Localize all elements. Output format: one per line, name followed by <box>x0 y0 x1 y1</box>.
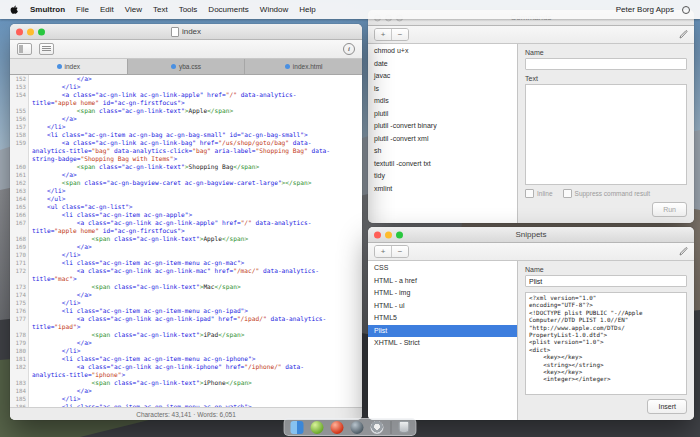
checkbox-icon <box>525 189 534 198</box>
command-item[interactable]: xmlint <box>368 183 517 196</box>
code-line: <li class="ac-gn-item ac-gn-item-menu ac… <box>29 403 252 407</box>
line-number <box>10 323 29 331</box>
command-item[interactable]: tidy <box>368 170 517 183</box>
menu-item-smultron[interactable]: Smultron <box>30 5 65 14</box>
command-item[interactable]: ls <box>368 83 517 96</box>
menu-item-file[interactable]: File <box>76 5 89 14</box>
dock-icon-trash[interactable] <box>399 421 410 433</box>
code-line: <a class="ac-gn-link ac-gn-link-ipad" hr… <box>29 315 326 323</box>
snippet-item[interactable]: CSS <box>368 262 517 275</box>
command-item[interactable]: javac <box>368 70 517 83</box>
menu-item-tools[interactable]: Tools <box>179 5 198 14</box>
code-line: title="mac"> <box>29 275 77 283</box>
dock-icon-settings[interactable] <box>371 421 384 434</box>
code-row: 155 <span class="ac-gn-link-text">Apple<… <box>10 107 362 115</box>
close-button[interactable] <box>16 28 23 35</box>
command-item[interactable]: plutil -convert binary <box>368 120 517 133</box>
edit-pencil-icon[interactable] <box>679 247 688 256</box>
code-line: title="apple home" id="ac-gn-firstfocus"… <box>29 99 185 107</box>
code-editor[interactable]: 152 </a>153 </li>154 <a class="ac-gn-lin… <box>10 75 362 407</box>
document-list-icon[interactable] <box>39 43 54 55</box>
command-item[interactable]: plutil <box>368 108 517 121</box>
code-line: <a class="ac-gn-link ac-gn-link-iphone" … <box>29 363 304 371</box>
command-item[interactable]: sh <box>368 145 517 158</box>
snippet-name-input[interactable] <box>525 275 687 287</box>
document-icon <box>285 64 290 69</box>
code-line: </a> <box>29 75 92 83</box>
name-label: Name <box>525 266 687 273</box>
snippets-titlebar[interactable]: Snippets <box>368 227 694 243</box>
editor-titlebar[interactable]: index <box>10 24 362 40</box>
line-number: 162 <box>10 179 29 187</box>
apple-menu-icon[interactable] <box>10 4 19 15</box>
run-button[interactable]: Run <box>652 202 687 217</box>
line-number: 170 <box>10 251 29 259</box>
menu-item-text[interactable]: Text <box>153 5 168 14</box>
dock-icon-finder[interactable] <box>291 421 304 434</box>
remove-command-button[interactable]: − <box>391 29 408 40</box>
code-row: 185 </li> <box>10 395 362 403</box>
menu-item-help[interactable]: Help <box>299 5 315 14</box>
sidebar-toggle-icon[interactable] <box>17 43 32 55</box>
code-line: title="ipad"> <box>29 323 80 331</box>
remove-snippet-button[interactable]: − <box>391 246 408 257</box>
snippet-body[interactable]: <?xml version="1.0" encoding="UTF-8"?> <… <box>525 292 687 395</box>
line-number: 182 <box>10 363 29 371</box>
add-command-button[interactable]: + <box>375 29 391 40</box>
line-number: 176 <box>10 307 29 315</box>
code-line: analytics-title="iphone"> <box>29 371 125 379</box>
minimize-button[interactable] <box>385 231 392 238</box>
command-item[interactable]: textutil -convert txt <box>368 158 517 171</box>
tab-index[interactable]: index <box>10 59 128 74</box>
snippet-item[interactable]: HTML - ul <box>368 300 517 313</box>
line-number: 160 <box>10 163 29 171</box>
code-row: 156 </a> <box>10 115 362 123</box>
command-item[interactable]: mdls <box>368 95 517 108</box>
snippet-item[interactable]: XHTML - Strict <box>368 337 517 350</box>
add-snippet-button[interactable]: + <box>375 246 391 257</box>
zoom-button[interactable] <box>396 231 403 238</box>
command-item[interactable]: chmod u+x <box>368 45 517 58</box>
insert-button[interactable]: Insert <box>647 399 687 414</box>
menu-item-documents[interactable]: Documents <box>208 5 248 14</box>
info-icon[interactable]: i <box>343 43 355 55</box>
dock-icon-smultron[interactable] <box>331 421 344 434</box>
line-number <box>10 155 29 163</box>
zoom-button[interactable] <box>38 28 45 35</box>
minimize-button[interactable] <box>27 28 34 35</box>
code-row: 182 <a class="ac-gn-link ac-gn-link-ipho… <box>10 363 362 371</box>
line-number: 154 <box>10 91 29 99</box>
code-row: 153 </li> <box>10 83 362 91</box>
menu-item-window[interactable]: Window <box>260 5 288 14</box>
document-icon <box>171 64 176 69</box>
tab-index.html[interactable]: index.html <box>245 59 362 74</box>
command-text-area[interactable] <box>525 84 687 185</box>
menu-right-text[interactable]: Peter Borg Apps <box>616 5 674 14</box>
inline-checkbox[interactable]: Inline <box>525 189 553 198</box>
suppress-result-checkbox[interactable]: Suppress command result <box>563 189 651 198</box>
snippet-item[interactable]: Plist <box>368 325 517 338</box>
snippet-item[interactable]: HTML - a href <box>368 275 517 288</box>
tab-yba.css[interactable]: yba.css <box>128 59 246 74</box>
menu-item-view[interactable]: View <box>125 5 142 14</box>
dock-icon-dark-app[interactable] <box>351 421 364 434</box>
command-name-input[interactable] <box>525 58 687 70</box>
snippet-item[interactable]: HTML - img <box>368 287 517 300</box>
line-number: 178 <box>10 331 29 339</box>
line-number: 184 <box>10 387 29 395</box>
code-line: <a class="ac-gn-link ac-gn-link-bag" hre… <box>29 139 311 147</box>
edit-pencil-icon[interactable] <box>679 30 688 39</box>
menu-status-icon[interactable] <box>682 6 690 14</box>
dock-icon-green-app[interactable] <box>311 421 324 434</box>
command-item[interactable]: plutil -convert xml <box>368 133 517 146</box>
code-row: 183 <span class="ac-gn-link-text">iPhone… <box>10 379 362 387</box>
command-item[interactable]: date <box>368 58 517 71</box>
snippet-item[interactable]: HTML5 <box>368 312 517 325</box>
code-line: </a> <box>29 243 92 251</box>
code-row: 161 </a> <box>10 171 362 179</box>
line-number: 158 <box>10 131 29 139</box>
line-number: 171 <box>10 259 29 267</box>
code-line: <a class="ac-gn-link ac-gn-link-apple" h… <box>29 219 311 227</box>
menu-item-edit[interactable]: Edit <box>100 5 114 14</box>
close-button[interactable] <box>374 231 381 238</box>
